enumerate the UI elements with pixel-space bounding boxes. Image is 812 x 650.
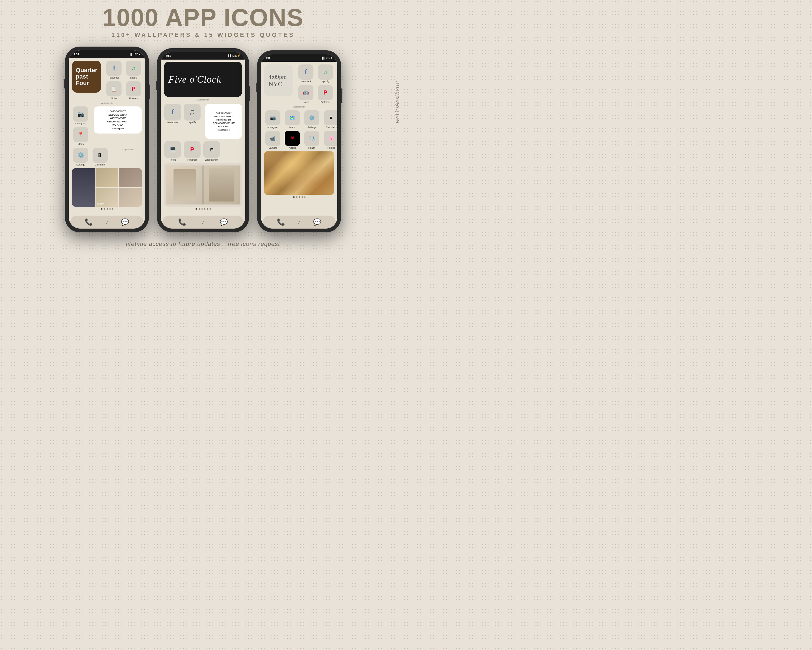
dock-messages-icon-middle[interactable]: 💬 bbox=[220, 218, 228, 226]
status-icons-left: ▌▌ LTE ■ bbox=[130, 53, 140, 55]
app-calculator-right[interactable]: 🖩 Calculator bbox=[323, 110, 337, 128]
quote-widget-left: "WE CANNOTBECOME WHATWE WANT BYREMAINING… bbox=[94, 106, 142, 133]
dock-messages-icon-right[interactable]: 💬 bbox=[313, 218, 321, 226]
app-notes-right[interactable]: 🤖 Notes bbox=[297, 85, 314, 104]
app-instagram-left[interactable]: 📷 Instagram bbox=[72, 106, 89, 125]
dock-music-icon-left[interactable]: ♪ bbox=[105, 218, 108, 226]
dock-phone-icon-left[interactable]: 📞 bbox=[85, 218, 93, 226]
status-time-middle: 4:59 bbox=[166, 54, 171, 57]
painting-image-right bbox=[264, 151, 334, 195]
app-maps-right[interactable]: 🗺️ Maps bbox=[284, 110, 301, 128]
page-dots-right bbox=[264, 196, 334, 198]
phone-middle-screen: 4:59 ▌▌ LTE ⚡ Five o'Clock Widgetsmith f… bbox=[161, 52, 245, 229]
app-netflix-right[interactable]: N Netflix bbox=[284, 131, 301, 149]
dock-right: 📞 ♪ 💬 bbox=[263, 216, 336, 229]
page-dots-left bbox=[72, 208, 142, 210]
app-spotify-middle[interactable]: 🎵 Spotify bbox=[183, 104, 201, 124]
app-notes-middle[interactable]: 🖥️ Notes bbox=[164, 141, 182, 161]
phone-middle: 4:59 ▌▌ LTE ⚡ Five o'Clock Widgetsmith f… bbox=[157, 48, 249, 232]
clock-widget-right: 4:09pm NYC bbox=[264, 64, 293, 96]
clock-widget-left: QuarterpastFour bbox=[72, 61, 101, 93]
dock-music-icon-right[interactable]: ♪ bbox=[298, 218, 301, 226]
dock-phone-icon-right[interactable]: 📞 bbox=[277, 218, 285, 226]
footer-text: lifetime access to future updates + free… bbox=[0, 235, 406, 255]
phone-right-screen: 4:09 ▌▌ LTE ■ 4:09pm NYC f Faceboo bbox=[261, 54, 337, 229]
dock-phone-icon-middle[interactable]: 📞 bbox=[178, 218, 186, 226]
app-instagram-right[interactable]: 📷 Instagram bbox=[264, 110, 281, 128]
page-dots-middle bbox=[164, 208, 242, 210]
quote-widget-middle: "WE CANNOTBECOME WHATWE WANT BYREMAINING… bbox=[205, 104, 242, 139]
dock-messages-icon-left[interactable]: 💬 bbox=[121, 218, 129, 226]
app-facebook-middle[interactable]: f Facebook bbox=[164, 104, 182, 124]
app-widgetsmith-middle[interactable]: ⊞ Widgetsmith bbox=[203, 141, 220, 161]
phone-left: 4:14 ▌▌ LTE ■ QuarterpastFour f Facebook bbox=[65, 47, 149, 232]
app-photos-right[interactable]: 🌸 Photos bbox=[323, 131, 337, 149]
photo-collage-left: you are mysunshine bbox=[72, 168, 142, 206]
app-spotify-left[interactable]: ♫ Spotify bbox=[125, 61, 142, 79]
app-notes-left[interactable]: 📋 Notes bbox=[105, 81, 123, 99]
app-spotify-right[interactable]: ♫ Spotify bbox=[317, 64, 334, 83]
app-camera-right[interactable]: 📹 Camera bbox=[264, 131, 281, 149]
status-time-left: 4:14 bbox=[73, 53, 79, 56]
watermark: weDoAesthetic bbox=[393, 81, 401, 124]
app-facebook-left[interactable]: f Facebook bbox=[105, 61, 123, 79]
status-icons-right: ▌▌ LTE ■ bbox=[322, 57, 333, 59]
app-maps-left[interactable]: 📍 Maps bbox=[72, 127, 89, 145]
status-time-right: 4:09 bbox=[266, 57, 271, 60]
dock-middle: 📞 ♪ 💬 bbox=[162, 216, 244, 229]
status-icons-middle: ▌▌ LTE ⚡ bbox=[228, 54, 240, 57]
phones-container: 4:14 ▌▌ LTE ■ QuarterpastFour f Facebook bbox=[0, 47, 406, 235]
clock-widget-middle: Five o'Clock bbox=[164, 62, 242, 97]
app-health-right[interactable]: 🩺 Health bbox=[303, 131, 321, 149]
photo-book-middle bbox=[164, 163, 242, 206]
app-pinterest-middle[interactable]: P Pinterest bbox=[183, 141, 201, 161]
app-facebook-right[interactable]: f Facebook bbox=[297, 64, 314, 83]
app-calculator-left[interactable]: 🖩 Calculator bbox=[92, 148, 109, 166]
app-pinterest-right[interactable]: P Pinterest bbox=[317, 85, 334, 104]
dock-left: 📞 ♪ 💬 bbox=[70, 216, 143, 229]
phone-left-screen: 4:14 ▌▌ LTE ■ QuarterpastFour f Facebook bbox=[69, 50, 145, 229]
app-settings-left[interactable]: ⚙️ Settings bbox=[72, 148, 89, 166]
app-pinterest-left[interactable]: P Pinterest bbox=[125, 81, 142, 99]
app-settings-right[interactable]: ⚙️ Settings bbox=[303, 110, 321, 128]
dock-music-icon-middle[interactable]: ♪ bbox=[201, 218, 205, 226]
page-subtitle: 110+ WALLPAPERS & 15 WIDGETS QUOTES bbox=[0, 31, 406, 38]
phone-right: 4:09 ▌▌ LTE ■ 4:09pm NYC f Faceboo bbox=[257, 50, 341, 232]
page-title: 1000 APP iCONS bbox=[0, 0, 406, 30]
